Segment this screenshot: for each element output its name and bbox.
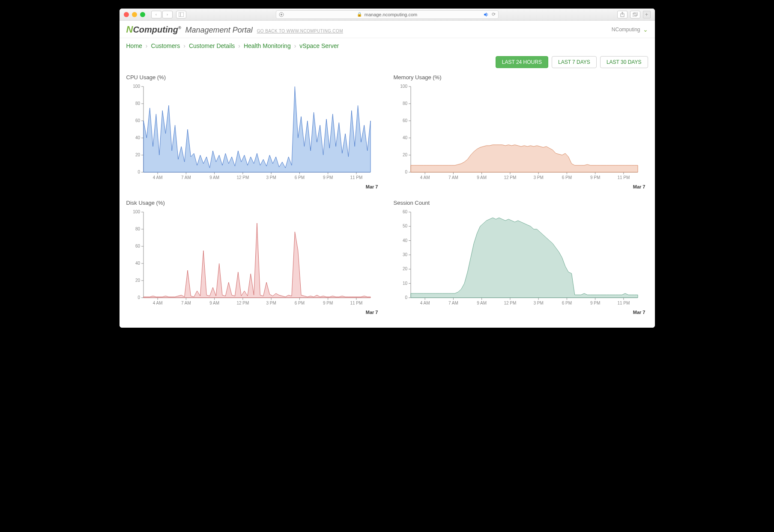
chart-title: Memory Usage (%)	[394, 74, 648, 81]
svg-text:12 PM: 12 PM	[236, 301, 249, 305]
chart-sessions: Session Count01020304050604 AM7 AM9 AM12…	[394, 200, 648, 315]
lock-icon: 🔒	[357, 12, 362, 17]
svg-text:100: 100	[400, 84, 407, 89]
svg-text:9 PM: 9 PM	[323, 301, 332, 305]
audio-icon[interactable]	[484, 12, 489, 17]
breadcrumb-item[interactable]: Customers	[151, 42, 180, 49]
svg-text:11 PM: 11 PM	[350, 301, 362, 305]
address-bar[interactable]: 🔒 manage.ncomputing.com ⟳	[276, 10, 499, 19]
sidebar-toggle-button[interactable]	[176, 11, 186, 18]
svg-text:80: 80	[402, 101, 407, 106]
svg-text:60: 60	[402, 209, 407, 214]
svg-text:9 PM: 9 PM	[590, 175, 600, 180]
brand-logo: NComputing®	[126, 24, 181, 35]
svg-rect-8	[634, 12, 637, 15]
svg-text:6 PM: 6 PM	[294, 301, 304, 305]
svg-text:11 PM: 11 PM	[350, 175, 362, 180]
share-button[interactable]	[617, 11, 628, 18]
svg-text:9 AM: 9 AM	[477, 301, 487, 305]
breadcrumb-item[interactable]: vSpace Server	[299, 42, 339, 49]
chart-cpu: CPU Usage (%)0204060801004 AM7 AM9 AM12 …	[126, 74, 381, 189]
chart-disk: Disk Usage (%)0204060801004 AM7 AM9 AM12…	[126, 200, 381, 315]
new-tab-button[interactable]: +	[643, 11, 651, 18]
chart-svg: 01020304050604 AM7 AM9 AM12 PM3 PM6 PM9 …	[394, 209, 642, 308]
svg-text:0: 0	[405, 170, 407, 174]
chart-date-label: Mar 7	[394, 184, 648, 189]
svg-text:3 PM: 3 PM	[266, 301, 276, 305]
browser-nav: ‹ ›	[151, 11, 173, 18]
svg-rect-7	[633, 13, 636, 17]
svg-text:80: 80	[135, 227, 140, 231]
svg-text:9 PM: 9 PM	[590, 301, 600, 305]
svg-text:11 PM: 11 PM	[617, 175, 630, 180]
svg-text:40: 40	[402, 135, 407, 140]
svg-text:6 PM: 6 PM	[562, 301, 571, 305]
svg-text:7 AM: 7 AM	[181, 175, 191, 180]
app-header: NComputing® Management Portal GO BACK TO…	[120, 21, 655, 38]
svg-text:20: 20	[402, 152, 407, 157]
svg-text:50: 50	[402, 224, 407, 228]
svg-text:9 AM: 9 AM	[209, 175, 219, 180]
back-button[interactable]: ‹	[151, 11, 161, 18]
chart-title: Session Count	[394, 200, 648, 206]
chart-svg: 0204060801004 AM7 AM9 AM12 PM3 PM6 PM9 P…	[394, 84, 642, 182]
svg-text:4 AM: 4 AM	[420, 301, 430, 305]
breadcrumb-item[interactable]: Customer Details	[189, 42, 235, 49]
svg-text:12 PM: 12 PM	[504, 301, 516, 305]
svg-text:4 AM: 4 AM	[420, 175, 430, 180]
svg-text:30: 30	[402, 252, 407, 257]
time-filter-last-30-days[interactable]: LAST 30 DAYS	[600, 56, 648, 68]
tabs-button[interactable]	[630, 11, 640, 18]
svg-text:0: 0	[137, 170, 140, 174]
svg-text:3 PM: 3 PM	[266, 175, 276, 180]
svg-text:4 AM: 4 AM	[152, 301, 162, 305]
breadcrumb: Home›Customers›Customer Details›Health M…	[120, 38, 655, 54]
svg-marker-4	[484, 12, 487, 17]
breadcrumb-item[interactable]: Health Monitoring	[244, 42, 291, 49]
svg-text:40: 40	[402, 238, 407, 243]
chart-memory: Memory Usage (%)0204060801004 AM7 AM9 AM…	[394, 74, 648, 189]
charts-grid: CPU Usage (%)0204060801004 AM7 AM9 AM12 …	[120, 74, 655, 328]
svg-text:0: 0	[405, 295, 407, 300]
maximize-window-button[interactable]	[140, 12, 145, 17]
svg-text:9 AM: 9 AM	[209, 301, 219, 305]
breadcrumb-separator: ›	[238, 42, 240, 49]
svg-text:100: 100	[133, 84, 140, 89]
window-controls	[124, 12, 145, 17]
reader-icon[interactable]	[279, 12, 284, 17]
svg-text:40: 40	[135, 261, 140, 266]
svg-text:3 PM: 3 PM	[533, 301, 543, 305]
svg-text:100: 100	[133, 209, 140, 214]
svg-text:7 AM: 7 AM	[448, 175, 458, 180]
chart-svg: 0204060801004 AM7 AM9 AM12 PM3 PM6 PM9 P…	[126, 84, 375, 182]
time-filter-group: LAST 24 HOURSLAST 7 DAYSLAST 30 DAYS	[120, 54, 655, 74]
svg-text:10: 10	[402, 281, 407, 286]
time-filter-last-24-hours[interactable]: LAST 24 HOURS	[496, 56, 548, 68]
go-back-link[interactable]: GO BACK TO WWW.NCOMPUTING.COM	[257, 29, 343, 33]
svg-text:80: 80	[135, 101, 140, 106]
reload-button[interactable]: ⟳	[492, 12, 496, 17]
svg-point-3	[281, 14, 282, 15]
svg-text:12 PM: 12 PM	[236, 175, 249, 180]
forward-button[interactable]: ›	[162, 11, 173, 18]
browser-titlebar: ‹ › 🔒 manage.ncomputing.com ⟳	[120, 9, 655, 21]
chart-title: Disk Usage (%)	[126, 200, 381, 206]
svg-rect-0	[179, 12, 184, 17]
svg-text:4 AM: 4 AM	[152, 175, 162, 180]
minimize-window-button[interactable]	[132, 12, 137, 17]
svg-text:7 AM: 7 AM	[448, 301, 458, 305]
url-text: manage.ncomputing.com	[365, 12, 418, 17]
svg-text:20: 20	[402, 266, 407, 271]
svg-text:6 PM: 6 PM	[562, 175, 571, 180]
user-menu[interactable]: NComputing ⌄	[612, 26, 648, 33]
svg-text:0: 0	[137, 295, 140, 300]
svg-text:20: 20	[135, 152, 140, 157]
svg-text:9 AM: 9 AM	[477, 175, 487, 180]
close-window-button[interactable]	[124, 12, 129, 17]
breadcrumb-item[interactable]: Home	[126, 42, 142, 49]
chart-title: CPU Usage (%)	[126, 74, 381, 81]
chart-date-label: Mar 7	[126, 184, 381, 189]
svg-text:3 PM: 3 PM	[533, 175, 543, 180]
svg-text:11 PM: 11 PM	[617, 301, 630, 305]
time-filter-last-7-days[interactable]: LAST 7 DAYS	[552, 56, 597, 68]
